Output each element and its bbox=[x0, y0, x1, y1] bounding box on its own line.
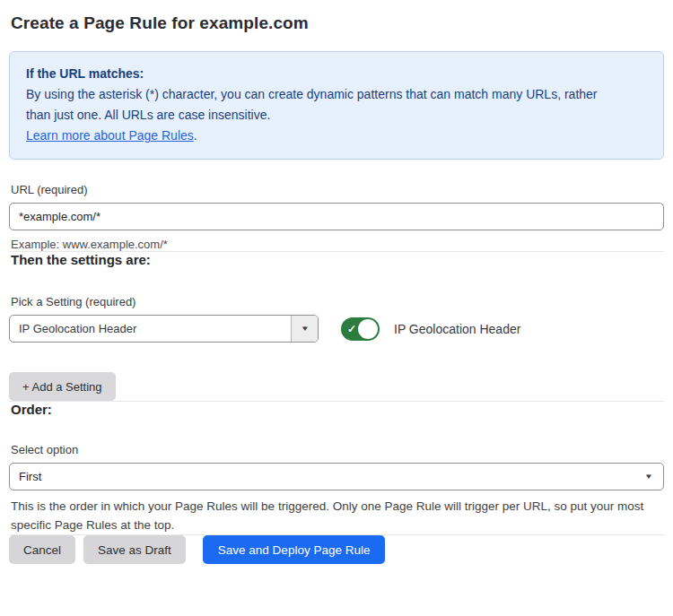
cancel-button[interactable]: Cancel bbox=[9, 535, 75, 564]
learn-more-link[interactable]: Learn more about Page Rules bbox=[26, 128, 194, 143]
info-box-heading: If the URL matches: bbox=[26, 64, 647, 84]
save-as-draft-button[interactable]: Save as Draft bbox=[83, 535, 186, 564]
chevron-down-icon: ▼ bbox=[644, 473, 653, 481]
toggle-knob bbox=[358, 319, 378, 339]
info-box-body: By using the asterisk (*) character, you… bbox=[26, 84, 620, 126]
url-field-label: URL (required) bbox=[11, 183, 662, 196]
setting-combobox-arrow-button[interactable]: ▼ bbox=[291, 316, 318, 342]
order-select-label: Select option bbox=[11, 443, 662, 456]
save-and-deploy-button[interactable]: Save and Deploy Page Rule bbox=[203, 535, 386, 564]
url-input[interactable] bbox=[9, 203, 664, 230]
setting-picker-label: Pick a Setting (required) bbox=[11, 295, 662, 308]
order-help-text: This is the order in which your Page Rul… bbox=[11, 497, 662, 534]
order-select[interactable]: First ▼ bbox=[9, 463, 664, 490]
url-match-info-box: If the URL matches: By using the asteris… bbox=[9, 51, 664, 160]
add-setting-button[interactable]: + Add a Setting bbox=[9, 372, 116, 401]
order-select-value: First bbox=[19, 470, 645, 483]
setting-combobox-value: IP Geolocation Header bbox=[10, 322, 291, 335]
check-icon: ✓ bbox=[347, 322, 356, 334]
setting-row: IP Geolocation Header ▼ ✓ IP Geolocation… bbox=[9, 315, 664, 343]
link-suffix: . bbox=[194, 128, 197, 143]
chevron-down-icon: ▼ bbox=[300, 325, 309, 333]
toggle-label: IP Geolocation Header bbox=[394, 322, 520, 336]
toggle-wrap: ✓ IP Geolocation Header bbox=[341, 317, 520, 341]
settings-section-heading: Then the settings are: bbox=[11, 252, 662, 267]
page-title: Create a Page Rule for example.com bbox=[11, 13, 662, 33]
footer-actions: Cancel Save as Draft Save and Deploy Pag… bbox=[9, 535, 664, 564]
setting-combobox[interactable]: IP Geolocation Header ▼ bbox=[9, 315, 319, 343]
url-example-hint: Example: www.example.com/* bbox=[11, 238, 662, 251]
ip-geolocation-toggle[interactable]: ✓ bbox=[341, 317, 380, 341]
order-section-heading: Order: bbox=[11, 402, 662, 417]
page-rule-form: Create a Page Rule for example.com If th… bbox=[0, 0, 673, 564]
info-box-link-line: Learn more about Page Rules. bbox=[26, 126, 647, 146]
